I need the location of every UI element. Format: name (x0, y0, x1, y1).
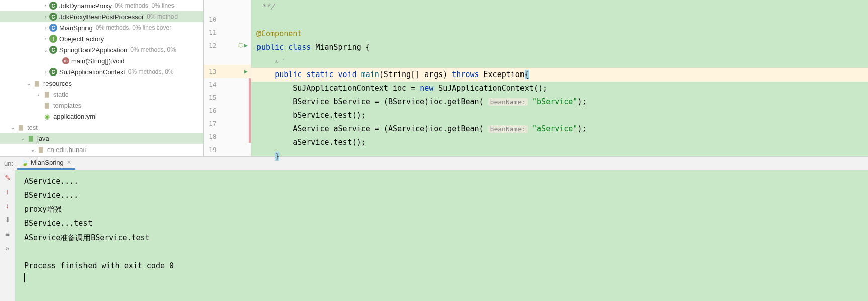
gutter-line[interactable]: 17 (204, 117, 251, 130)
coverage-text: 0% methods, 0% (130, 46, 176, 53)
tree-item[interactable]: ›CJdkDynamicProxy0% methods, 0% lines (0, 0, 203, 11)
close-icon[interactable]: ✕ (67, 159, 71, 166)
up-arrow-icon[interactable]: ↑ (3, 187, 12, 196)
gutter-line[interactable]: 16 (204, 104, 251, 117)
gutter-line[interactable]: 13▶ (204, 65, 251, 78)
tree-item[interactable]: ⌄▇java (0, 133, 203, 144)
tree-item[interactable]: ⌄▇cn.edu.hunau (0, 144, 203, 155)
expand-arrow-icon[interactable]: ⌄ (42, 47, 49, 53)
folder-icon: ▇ (42, 101, 51, 110)
code-line[interactable]: SuJApplicationContext ioc = new SuJAppli… (251, 82, 868, 95)
tree-item[interactable]: ›CSuJApplicationContext0% methods, 0% (0, 66, 203, 78)
tree-item-label: SpringBoot2Application (59, 46, 127, 54)
code-line[interactable]: BService bService = (BService)ioc.getBea… (251, 95, 868, 109)
code-line[interactable]: } (251, 149, 868, 163)
gutter-line[interactable] (204, 0, 251, 13)
tree-item[interactable]: ◉application.yml (0, 111, 203, 122)
run-tab-name: MianSpring (31, 159, 64, 166)
line-number: 18 (209, 133, 217, 140)
folder-icon: ▇ (16, 123, 25, 132)
tree-item[interactable]: ▇templates (0, 100, 203, 111)
code-line[interactable] (251, 14, 868, 27)
expand-arrow-icon[interactable]: › (42, 36, 49, 42)
gutter-line[interactable]: 18 (204, 130, 251, 143)
tree-item[interactable]: ›CMianSpring0% methods, 0% lines cover (0, 22, 203, 33)
tree-item-label: JdkDynamicProxy (59, 2, 112, 10)
download-icon[interactable]: ⬇ (3, 215, 12, 224)
tree-item[interactable]: ›▇static (0, 89, 203, 100)
code-line[interactable]: ↻ ˅ (251, 54, 868, 68)
class-icon: C (49, 46, 57, 54)
line-number: 15 (209, 94, 217, 101)
expand-arrow-icon[interactable]: › (35, 92, 42, 97)
coverage-bar (249, 78, 251, 91)
expand-arrow-icon[interactable]: ⌄ (25, 81, 32, 86)
code-editor[interactable]: 101112⬡▶13▶141516171819 **/@Componentpub… (204, 0, 868, 156)
code-line[interactable]: **/ (251, 0, 868, 14)
method-icon: m (62, 57, 69, 64)
code-line[interactable]: public static void main(String[] args) t… (251, 68, 868, 82)
expand-arrow-icon[interactable]: › (42, 25, 49, 31)
coverage-text: 0% methods, 0% lines (115, 2, 175, 9)
expand-arrow-icon[interactable]: ⌄ (19, 136, 26, 141)
console-output[interactable]: AService.... BService.... proxy增强 BServi… (15, 170, 868, 301)
expand-arrow-icon[interactable]: › (42, 3, 49, 9)
cursor (24, 273, 25, 282)
code-line[interactable]: public class MianSpring { (251, 41, 868, 54)
coverage-bar (249, 91, 251, 104)
tree-item[interactable]: ›CJdkProxyBeanPostProcessor0% method (0, 11, 203, 22)
gutter-line[interactable] (204, 52, 251, 65)
more-icon[interactable]: » (3, 244, 12, 253)
down-arrow-icon[interactable]: ↓ (3, 201, 12, 210)
editor-gutter: 101112⬡▶13▶141516171819 (204, 0, 251, 156)
folder-icon: ▇ (42, 90, 51, 99)
project-tree[interactable]: ›CJdkDynamicProxy0% methods, 0% lines›CJ… (0, 0, 204, 156)
run-tab-active[interactable]: 🍃 MianSpring ✕ (17, 157, 75, 170)
tree-item-label: JdkProxyBeanPostProcessor (59, 13, 144, 21)
tree-item-label: static (53, 91, 68, 98)
coverage-bar (249, 130, 251, 143)
line-number: 16 (209, 107, 217, 114)
expand-arrow-icon[interactable]: ⌄ (29, 147, 36, 153)
gutter-line[interactable]: 14 (204, 78, 251, 91)
tree-item[interactable]: ⌄CSpringBoot2Application0% methods, 0% (0, 44, 203, 55)
tree-item[interactable]: ›IObejectFactory (0, 33, 203, 44)
code-line[interactable]: AService aService = (AService)ioc.getBea… (251, 122, 868, 136)
tree-item-label: cn.edu.hunau (47, 146, 87, 154)
tree-item[interactable]: mmain(String[]):void (0, 55, 203, 66)
gutter-line[interactable]: 10 (204, 13, 251, 26)
gutter-line[interactable]: 19 (204, 143, 251, 156)
wrap-icon[interactable]: ≡ (3, 230, 12, 239)
tree-item-label: templates (53, 102, 81, 109)
class-icon: ◉ (42, 112, 51, 121)
line-number: 17 (209, 120, 217, 127)
tree-item-label: MianSpring (59, 24, 93, 32)
class-icon: C (49, 13, 57, 21)
tree-item[interactable]: ⌄▇test (0, 122, 203, 133)
code-line[interactable]: bService.test(); (251, 109, 868, 122)
folder-icon: ▇ (26, 134, 35, 143)
line-number: 13 (209, 68, 217, 76)
gutter-line[interactable]: 11 (204, 26, 251, 39)
code-line[interactable]: aService.test(); (251, 136, 868, 149)
tree-item-label: application.yml (53, 113, 97, 120)
class-icon: I (49, 35, 57, 43)
expand-arrow-icon[interactable]: › (42, 69, 49, 75)
run-method-icon[interactable]: ▶ (244, 68, 248, 75)
edit-icon[interactable]: ✎ (3, 173, 12, 182)
folder-icon: ▇ (36, 145, 45, 154)
tree-item-label: main(String[]):void (71, 57, 124, 65)
tree-item[interactable]: ⌄▇resources (0, 78, 203, 89)
class-icon: C (49, 68, 57, 76)
tree-item-label: test (27, 124, 38, 131)
code-content[interactable]: **/@Componentpublic class MianSpring { ↻… (251, 0, 868, 156)
expand-arrow-icon[interactable]: ⌄ (9, 125, 16, 130)
coverage-text: 0% methods, 0% lines cover (96, 24, 171, 31)
gutter-line[interactable]: 15 (204, 91, 251, 104)
spring-leaf-icon: 🍃 (21, 159, 29, 166)
gutter-line[interactable]: 12⬡▶ (204, 39, 251, 52)
expand-arrow-icon[interactable]: › (42, 14, 49, 20)
run-toolbar: ✎↑↓⬇≡» (0, 170, 15, 301)
run-class-icon[interactable]: ⬡▶ (238, 42, 248, 49)
code-line[interactable]: @Component (251, 27, 868, 41)
